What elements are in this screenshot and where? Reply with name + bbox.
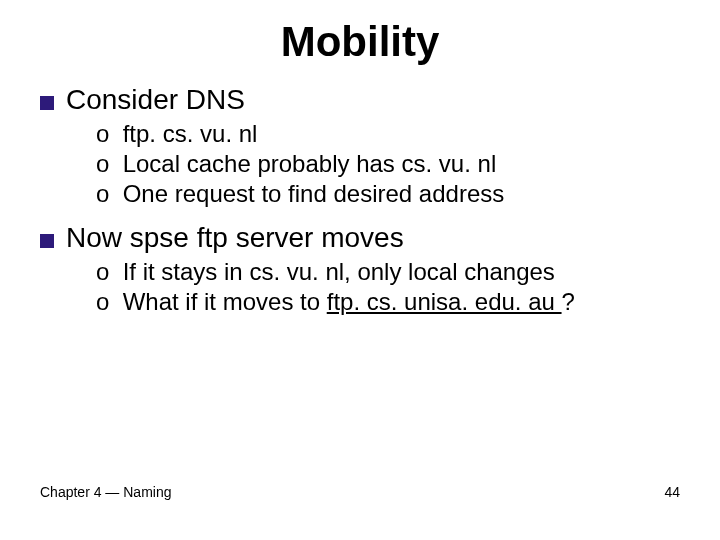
- sub-list: o If it stays in cs. vu. nl, only local …: [96, 258, 680, 316]
- o-bullet-icon: o: [96, 288, 116, 316]
- footer-chapter: Chapter 4 — Naming: [40, 484, 172, 500]
- sub-text-suffix: ?: [562, 288, 575, 315]
- bullet-text: Consider DNS: [66, 84, 245, 116]
- bullet-now-spse: Now spse ftp server moves: [40, 222, 680, 254]
- sub-text: ftp. cs. vu. nl: [123, 120, 258, 147]
- bullet-consider-dns: Consider DNS: [40, 84, 680, 116]
- square-bullet-icon: [40, 234, 54, 248]
- sub-text-link: ftp. cs. unisa. edu. au: [327, 288, 562, 315]
- sub-list: o ftp. cs. vu. nl o Local cache probably…: [96, 120, 680, 208]
- footer: Chapter 4 — Naming 44: [40, 484, 680, 500]
- o-bullet-icon: o: [96, 258, 116, 286]
- o-bullet-icon: o: [96, 150, 116, 178]
- square-bullet-icon: [40, 96, 54, 110]
- slide: Mobility Consider DNS o ftp. cs. vu. nl …: [0, 0, 720, 540]
- sub-text: If it stays in cs. vu. nl, only local ch…: [123, 258, 555, 285]
- sub-item: o What if it moves to ftp. cs. unisa. ed…: [96, 288, 680, 316]
- sub-text: Local cache probably has cs. vu. nl: [123, 150, 497, 177]
- o-bullet-icon: o: [96, 120, 116, 148]
- sub-text-prefix: What if it moves to: [123, 288, 327, 315]
- footer-page-number: 44: [664, 484, 680, 500]
- sub-item: o One request to find desired address: [96, 180, 680, 208]
- o-bullet-icon: o: [96, 180, 116, 208]
- slide-title: Mobility: [40, 18, 680, 66]
- sub-item: o If it stays in cs. vu. nl, only local …: [96, 258, 680, 286]
- sub-item: o ftp. cs. vu. nl: [96, 120, 680, 148]
- bullet-text: Now spse ftp server moves: [66, 222, 404, 254]
- sub-text: One request to find desired address: [123, 180, 505, 207]
- sub-item: o Local cache probably has cs. vu. nl: [96, 150, 680, 178]
